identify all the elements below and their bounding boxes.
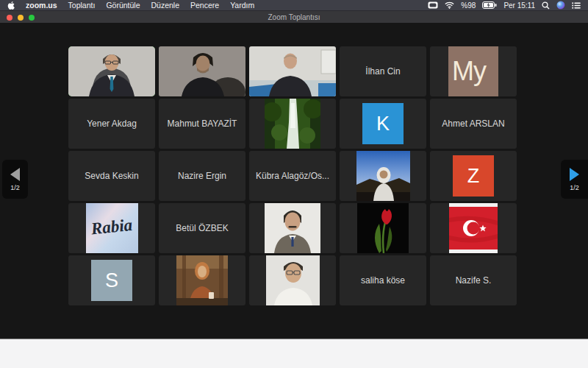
headscarf-portrait-photo [356, 151, 410, 201]
battery-icon[interactable] [482, 1, 497, 9]
suit-man-video [68, 46, 155, 96]
participant-name-label: Nazife S. [456, 275, 492, 286]
close-window-button[interactable] [7, 15, 12, 21]
participant-tile[interactable]: Nazire Ergin [159, 151, 245, 201]
avatar-initial: S [105, 269, 118, 292]
participant-tile[interactable]: Z [430, 151, 517, 201]
menu-item-pencere[interactable]: Pencere [190, 1, 219, 10]
turkish-flag-image [449, 203, 498, 253]
previous-page-button[interactable]: 1/2 [2, 160, 28, 199]
participant-tile[interactable] [159, 46, 245, 96]
participant-tile[interactable]: Ahmet ARSLAN [430, 99, 517, 149]
search-icon[interactable] [542, 1, 550, 10]
zoom-meeting-window: Zoom Toplantısı İlhan CinMyYener AkdagMa… [0, 10, 588, 339]
participant-tile[interactable] [68, 46, 155, 96]
photo-text: My [452, 56, 486, 87]
page-indicator: 1/2 [10, 184, 20, 191]
participant-tile[interactable] [249, 255, 336, 305]
participant-tile[interactable] [159, 255, 245, 305]
glasses-man-portrait-photo [266, 255, 320, 305]
avatar: S [91, 260, 132, 301]
avatar: Z [453, 155, 494, 197]
participant-name-label: Mahmut BAYAZİT [168, 118, 237, 129]
participant-tile[interactable]: saliha köse [340, 255, 426, 305]
maximize-window-button[interactable] [29, 15, 35, 21]
participant-tile[interactable]: S [68, 255, 155, 305]
apple-logo-icon[interactable] [7, 1, 15, 10]
participant-name-label: Betül ÖZBEK [176, 223, 228, 233]
avatar-initial: Z [467, 165, 480, 188]
avatar: K [362, 103, 404, 144]
participant-tile[interactable] [340, 203, 426, 253]
participant-tile[interactable] [249, 46, 336, 96]
participant-tile[interactable]: K [340, 99, 426, 149]
participant-tile[interactable]: Rabia [68, 203, 155, 253]
page-indicator: 1/2 [570, 184, 579, 191]
participant-name-label: saliha köse [361, 275, 405, 286]
participant-tile[interactable] [430, 203, 517, 253]
participant-tile[interactable]: Yener Akdag [68, 99, 155, 149]
next-page-arrow-icon [570, 168, 579, 181]
participant-tile[interactable]: Mahmut BAYAZİT [159, 99, 245, 149]
window-title: Zoom Toplantısı [0, 13, 588, 21]
participant-tile[interactable] [340, 151, 426, 201]
avatar-initial: K [376, 113, 390, 135]
rabia-calligraphy-image: Rabia [86, 203, 138, 253]
cafe-woman-portrait-photo [176, 255, 228, 305]
siri-icon[interactable] [556, 1, 565, 10]
my-logo-image: My [448, 46, 498, 96]
gallery-view: İlhan CinMyYener AkdagMahmut BAYAZİTKAhm… [0, 23, 588, 339]
mustache-man-portrait-photo [265, 203, 320, 253]
macos-menu-bar: zoom.us Toplantı Görüntüle Düzenle Pence… [0, 0, 588, 10]
video-icon[interactable] [428, 1, 438, 9]
minimize-window-button[interactable] [18, 15, 24, 21]
screen: zoom.us Toplantı Görüntüle Düzenle Pence… [0, 0, 588, 368]
window-title-bar: Zoom Toplantısı [0, 10, 588, 23]
menu-status-area: %98 Per 15:11 [428, 1, 581, 10]
next-page-button[interactable]: 1/2 [561, 160, 588, 199]
battery-percent-label: %98 [461, 1, 476, 10]
participant-name-label: Kübra Alagöz/Os... [256, 171, 329, 181]
participant-tile[interactable] [249, 203, 336, 253]
participant-grid: İlhan CinMyYener AkdagMahmut BAYAZİTKAhm… [68, 46, 517, 305]
bald-man-classroom-video [249, 46, 336, 96]
participant-name-label: Yener Akdag [87, 118, 137, 129]
waterfall-photo [265, 99, 320, 149]
menu-item-zoomus[interactable]: zoom.us [26, 1, 57, 10]
dark-jacket-man-video [159, 46, 245, 96]
participant-name-label: Nazire Ergin [178, 171, 226, 181]
photo-text: Rabia [90, 216, 134, 239]
participant-name-label: İlhan Cin [365, 66, 400, 77]
wifi-icon[interactable] [445, 1, 454, 9]
desktop-background [0, 340, 588, 368]
clock-label: Per 15:11 [503, 1, 535, 10]
prev-page-arrow-icon [10, 168, 20, 181]
participant-tile[interactable]: Betül ÖZBEK [159, 203, 245, 253]
participant-tile[interactable]: İlhan Cin [340, 46, 426, 96]
participant-name-label: Sevda Keskin [85, 171, 138, 181]
menu-item-toplanti[interactable]: Toplantı [68, 1, 96, 10]
participant-tile[interactable]: Kübra Alagöz/Os... [249, 151, 336, 201]
menu-item-duzenle[interactable]: Düzenle [151, 1, 180, 10]
participant-tile[interactable] [249, 99, 336, 149]
menu-item-goruntule[interactable]: Görüntüle [106, 1, 140, 10]
tulip-photo [357, 203, 409, 253]
menu-item-yardim[interactable]: Yardım [230, 1, 254, 10]
participant-tile[interactable]: Nazife S. [430, 255, 517, 305]
participant-name-label: Ahmet ARSLAN [442, 118, 504, 129]
participant-tile[interactable]: My [430, 46, 517, 96]
participant-tile[interactable]: Sevda Keskin [68, 151, 155, 201]
list-icon[interactable] [572, 2, 581, 9]
